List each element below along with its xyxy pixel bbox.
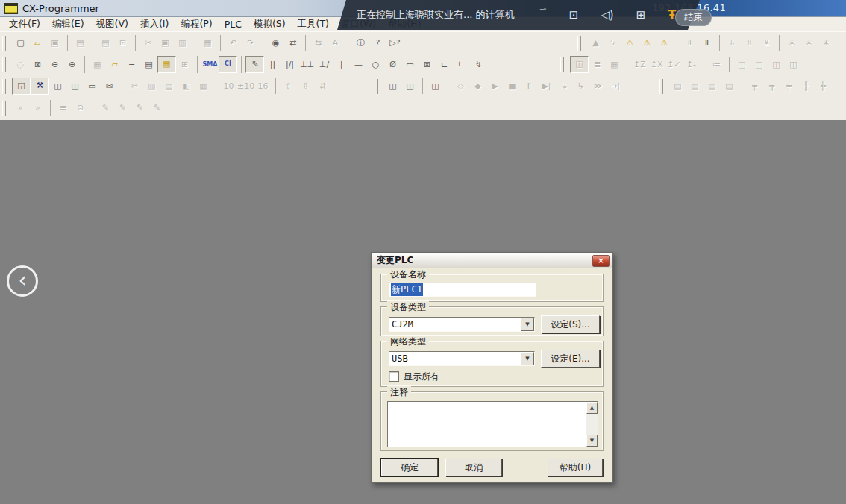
simulator-output-window-icon[interactable]: ◫: [427, 78, 444, 94]
pause-monitoring-icon[interactable]: Ⅱ: [681, 35, 698, 51]
multiple-layers-icon[interactable]: ≣: [589, 57, 606, 72]
paste-icon[interactable]: ▥: [174, 35, 191, 51]
simulator-run-icon[interactable]: ▶: [486, 78, 504, 94]
rack-type-4-icon[interactable]: ▤: [721, 78, 738, 94]
toggle-output-window-icon[interactable]: ◫: [66, 78, 84, 94]
show-monitoring-icon[interactable]: ▤: [140, 57, 157, 72]
rung-comment-icon[interactable]: ▱: [106, 57, 123, 72]
comment-textarea[interactable]: ▲ ▼: [387, 401, 598, 447]
change-model-icon[interactable]: ⇆: [310, 35, 327, 51]
change-address-icon[interactable]: A: [327, 35, 344, 51]
speaker-icon[interactable]: ◁): [601, 10, 613, 21]
menu-item-2[interactable]: 编辑(E): [46, 16, 90, 32]
help-button[interactable]: 帮助(H): [548, 459, 603, 476]
run-mode-icon[interactable]: ∗: [783, 35, 800, 51]
monitor-data-x-icon[interactable]: ↥X: [648, 57, 665, 72]
menu-item-4[interactable]: 插入(I): [134, 16, 175, 32]
window-cascade-icon[interactable]: ◫: [384, 78, 401, 94]
delete-connector-icon[interactable]: ↯: [470, 57, 487, 72]
cut-icon[interactable]: ✂: [140, 35, 157, 51]
redo-icon[interactable]: ↷: [242, 35, 259, 51]
select-mode-icon[interactable]: ⇖: [245, 56, 264, 73]
network-type-settings-button[interactable]: 设定(E)...: [541, 350, 600, 368]
new-closed-contact-or-icon[interactable]: ⊥∕: [316, 57, 333, 72]
cancel-button[interactable]: 取消: [445, 459, 502, 476]
monitor-mode-icon[interactable]: ∗: [800, 35, 818, 51]
marker-2-icon[interactable]: ✎: [114, 100, 131, 116]
new-closed-coil-icon[interactable]: Ø: [384, 57, 401, 72]
show-mnemonics-icon[interactable]: ⊞: [176, 57, 193, 72]
page-setup-icon[interactable]: ▤: [72, 35, 89, 51]
find-report-icon[interactable]: ⚠: [621, 35, 639, 51]
toggle-watch-window-icon[interactable]: ◫: [49, 78, 66, 94]
force-off-icon[interactable]: ⇩: [297, 78, 314, 94]
new-l-connector-icon[interactable]: ∟: [453, 57, 470, 72]
show-all-checkbox[interactable]: [389, 371, 399, 382]
force-cancel-icon[interactable]: ⇵: [314, 78, 331, 94]
device-name-input[interactable]: 新PLC1: [389, 283, 536, 297]
new-closed-contact-icon[interactable]: |/|: [281, 57, 298, 72]
monitor-window-1-icon[interactable]: ◫: [733, 57, 751, 72]
menu-item-8[interactable]: 工具(T): [292, 16, 335, 32]
monitor-data-z-icon[interactable]: ↥Z: [631, 57, 648, 72]
monitor-window-3-icon[interactable]: ◫: [768, 57, 785, 72]
unindent-rung-icon[interactable]: «: [12, 100, 29, 116]
new-coil-icon[interactable]: ○: [367, 57, 384, 72]
marker-4-icon[interactable]: ✎: [148, 100, 166, 116]
dialog-edit-icon[interactable]: ◧: [178, 78, 195, 94]
transfer-report-icon[interactable]: ⚠: [656, 35, 673, 51]
simulator-stop-icon[interactable]: ■: [504, 78, 521, 94]
undo-icon[interactable]: ↶: [225, 35, 242, 51]
scroll-down-icon[interactable]: ▼: [586, 435, 598, 447]
monitor-in-rung-icon[interactable]: ▦: [157, 56, 176, 73]
online-edit-icon[interactable]: ϟ: [604, 35, 621, 51]
monitor-window-2-icon[interactable]: ◫: [751, 57, 768, 72]
pin-icon[interactable]: ⊸: [540, 5, 547, 13]
save-project-icon[interactable]: ▣: [46, 35, 63, 51]
cut-rung-icon[interactable]: ✂: [126, 78, 143, 94]
device-type-combo[interactable]: CJ2M ▼: [389, 317, 535, 332]
show-grid-icon[interactable]: ▦: [89, 57, 106, 72]
network-type-1-icon[interactable]: ╤: [746, 78, 763, 94]
menu-item-3[interactable]: 视图(V): [90, 16, 134, 32]
online-run-icon[interactable]: ◫: [570, 56, 589, 73]
indent-rung-icon[interactable]: »: [29, 100, 46, 116]
step-out-icon[interactable]: ↳: [572, 78, 589, 94]
menu-item-5[interactable]: 编程(P): [175, 16, 218, 32]
compare-with-plc-icon[interactable]: ⊻: [758, 35, 775, 51]
transfer-from-plc-icon[interactable]: ⇧: [741, 35, 758, 51]
fullscreen-icon[interactable]: ⊡: [569, 10, 579, 21]
menu-item-1[interactable]: 文件(F): [3, 16, 46, 32]
network-type-3-icon[interactable]: ╪: [780, 78, 798, 94]
rung-wrap-icon[interactable]: ▤: [160, 78, 178, 94]
open-project-icon[interactable]: ▱: [29, 35, 46, 51]
network-type-combo[interactable]: USB ▼: [389, 351, 535, 366]
comment-scrollbar[interactable]: ▲ ▼: [586, 402, 598, 447]
decimal-monitor-icon[interactable]: 10: [220, 78, 237, 94]
monitor-data-clear-icon[interactable]: ↥-: [683, 57, 700, 72]
network-type-dropdown-icon[interactable]: ▼: [521, 352, 534, 365]
properties-info-icon[interactable]: ⓘ: [352, 35, 369, 51]
menu-item-6[interactable]: PLC: [219, 17, 248, 31]
new-instruction-icon[interactable]: ▭: [401, 57, 419, 72]
window-tile-icon[interactable]: ◫: [401, 78, 419, 94]
zoom-out-icon[interactable]: ⊖: [46, 57, 63, 72]
pause-icon[interactable]: Ⅱ: [698, 35, 715, 51]
step-in-icon[interactable]: ↴: [555, 78, 572, 94]
marker-3-icon[interactable]: ✎: [131, 100, 148, 116]
ok-button[interactable]: 确定: [381, 459, 438, 476]
network-type-5-icon[interactable]: ╬: [815, 78, 832, 94]
plc-rack-1-icon[interactable]: ▤: [843, 35, 846, 51]
rack-type-2-icon[interactable]: ▤: [686, 78, 704, 94]
sma-view-icon[interactable]: SMA: [201, 57, 219, 72]
help-icon[interactable]: ?: [369, 35, 386, 51]
align-list-bottom-icon[interactable]: ⊜: [72, 100, 89, 116]
paste-attributes-icon[interactable]: ▦: [199, 35, 216, 51]
hex-monitor-icon[interactable]: 16: [254, 78, 272, 94]
print-preview-icon[interactable]: ⊡: [114, 35, 131, 51]
continuous-step-run-icon[interactable]: ≫: [589, 78, 607, 94]
new-horizontal-icon[interactable]: —: [350, 57, 367, 72]
scroll-up-icon[interactable]: ▲: [586, 402, 598, 414]
compile-report-icon[interactable]: ⚠: [639, 35, 656, 51]
ci-view-icon[interactable]: CI: [219, 56, 237, 73]
